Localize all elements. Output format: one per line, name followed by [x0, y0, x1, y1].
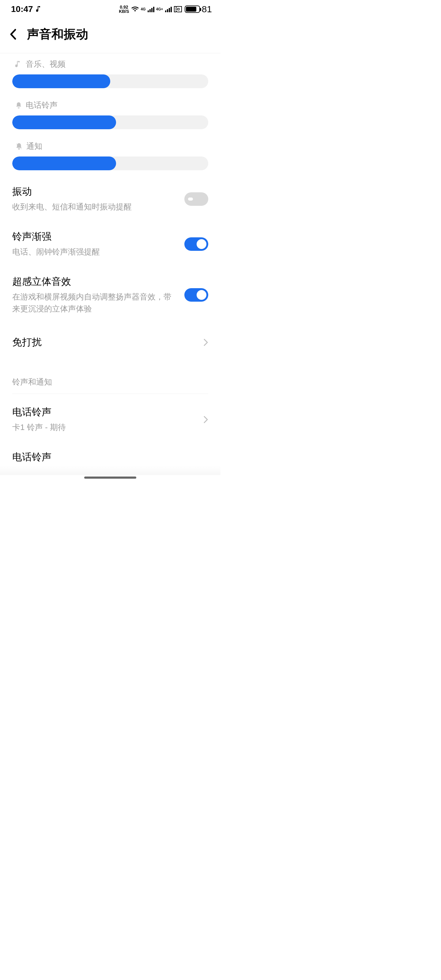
chevron-right-icon [203, 415, 208, 423]
ringtone-volume-slider[interactable] [12, 115, 208, 129]
status-bar: 10:47 0.92 KB/S 4G 4G+ HD 81 [0, 0, 221, 18]
music-icon [15, 60, 22, 68]
ascending-title: 铃声渐强 [12, 230, 175, 243]
group-divider [12, 393, 208, 394]
media-volume-slider[interactable] [12, 75, 208, 88]
vibrate-subtitle: 收到来电、短信和通知时振动提醒 [12, 201, 175, 213]
dnd-row[interactable]: 免打扰 [0, 323, 221, 361]
battery-icon [185, 5, 200, 13]
ascending-toggle[interactable] [185, 237, 208, 251]
sim2-ringtone-row[interactable]: 电话铃声 [0, 442, 221, 466]
page-header: 声音和振动 [0, 18, 221, 53]
sim1-ringtone-row[interactable]: 电话铃声 卡1 铃声 - 期待 [0, 397, 221, 442]
music-note-icon [36, 5, 42, 13]
notification-volume-slider[interactable] [12, 156, 208, 170]
ringtone-volume-block: 电话铃声 [0, 94, 221, 135]
dnd-title: 免打扰 [12, 336, 194, 349]
bell-off-icon [15, 143, 23, 150]
home-indicator[interactable] [0, 475, 221, 480]
clock: 10:47 [11, 4, 33, 14]
stereo-row[interactable]: 超感立体音效 在游戏和横屏视频内自动调整扬声器音效，带来更沉浸的立体声体验 [0, 266, 221, 323]
stereo-subtitle: 在游戏和横屏视频内自动调整扬声器音效，带来更沉浸的立体声体验 [12, 291, 175, 315]
bottom-fade [0, 466, 221, 475]
ringtone-volume-label: 电话铃声 [26, 100, 57, 111]
ascending-row[interactable]: 铃声渐强 电话、闹钟铃声渐强提醒 [0, 221, 221, 266]
notification-volume-block: 通知 [0, 135, 221, 177]
sim2-ringtone-title: 电话铃声 [12, 450, 199, 464]
media-volume-label: 音乐、视频 [26, 59, 65, 70]
sim1-label: 4G [141, 7, 146, 11]
sim1-ringtone-title: 电话铃声 [12, 406, 194, 419]
ringtone-volume-fill [12, 115, 116, 129]
vibrate-toggle[interactable] [185, 192, 208, 206]
svg-text:HD: HD [175, 8, 180, 11]
page-title: 声音和振动 [27, 26, 88, 43]
notification-volume-fill [12, 156, 116, 170]
net-speed: 0.92 KB/S [119, 5, 129, 13]
media-volume-block: 音乐、视频 [0, 53, 221, 94]
signal-2-icon [165, 6, 172, 12]
vibrate-row[interactable]: 振动 收到来电、短信和通知时振动提醒 [0, 177, 221, 221]
sim1-ringtone-subtitle: 卡1 铃声 - 期待 [12, 422, 194, 433]
stereo-toggle[interactable] [185, 288, 208, 302]
sim2-label: 4G+ [156, 7, 163, 11]
stereo-title: 超感立体音效 [12, 275, 175, 288]
group-ringtones-title: 铃声和通知 [0, 361, 221, 390]
status-left: 10:47 [11, 4, 42, 14]
media-volume-fill [12, 75, 110, 88]
signal-1-icon [148, 6, 154, 12]
chevron-right-icon [203, 339, 208, 346]
ascending-subtitle: 电话、闹钟铃声渐强提醒 [12, 246, 175, 258]
wifi-icon [131, 6, 139, 12]
notification-volume-label: 通知 [26, 141, 42, 151]
battery-percent: 81 [202, 4, 212, 14]
back-icon[interactable] [9, 29, 18, 40]
bell-icon [15, 102, 22, 109]
hd-icon: HD [174, 6, 183, 13]
vibrate-title: 振动 [12, 185, 175, 199]
status-right: 0.92 KB/S 4G 4G+ HD 81 [119, 4, 212, 14]
